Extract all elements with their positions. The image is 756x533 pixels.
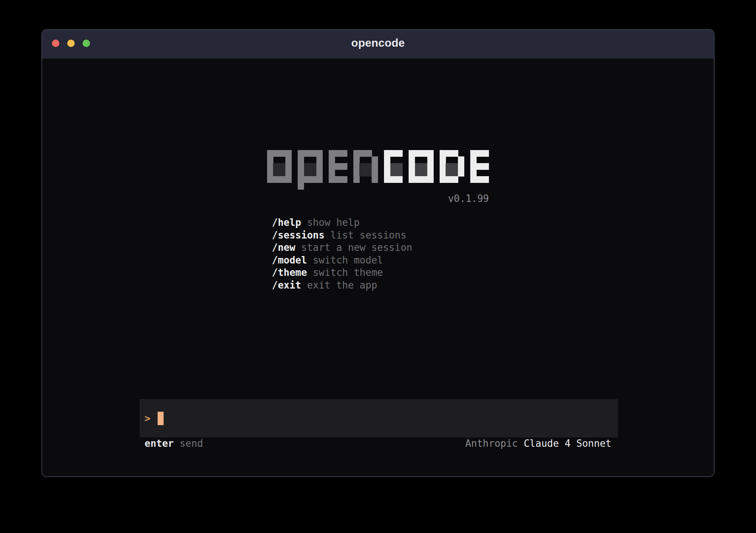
command-name: /new: [272, 241, 295, 254]
input-row: >: [145, 399, 164, 437]
version-label: v0.1.99: [267, 193, 489, 204]
provider-label: Anthropic: [465, 438, 518, 449]
minimize-button[interactable]: [67, 40, 75, 47]
command-list: /help show help /sessions list sessions …: [272, 216, 412, 292]
logo-letter: [267, 150, 292, 183]
command-item: /model switch model: [272, 254, 412, 267]
zoom-button[interactable]: [83, 40, 90, 47]
command-description: list sessions: [331, 229, 407, 242]
command-item: /exit exit the app: [272, 279, 412, 292]
command-description: switch theme: [313, 266, 383, 279]
logo-letter: [298, 150, 323, 183]
enter-key-label: enter: [145, 438, 174, 449]
logo-letter: [384, 150, 403, 183]
opencode-window: opencode v0.1.99 /help show help /sessio…: [41, 29, 715, 477]
logo-pixel-art: [267, 150, 489, 183]
keybind-hint: enter send: [145, 438, 203, 449]
command-item: /help show help: [272, 216, 412, 229]
opencode-logo: v0.1.99: [42, 150, 714, 204]
command-description: exit the app: [307, 279, 377, 292]
prompt-input[interactable]: >: [140, 399, 618, 437]
command-name: /theme: [272, 266, 307, 279]
command-description: switch model: [313, 254, 383, 267]
command-item: /new start a new session: [272, 241, 412, 254]
model-indicator: Anthropic Claude 4 Sonnet: [465, 438, 611, 449]
send-action-label: send: [180, 438, 203, 449]
text-cursor: [158, 412, 164, 425]
command-description: show help: [307, 216, 360, 229]
command-item: /sessions list sessions: [272, 229, 412, 242]
command-name: /exit: [272, 279, 301, 292]
titlebar[interactable]: opencode: [42, 30, 714, 59]
statusbar: enter send Anthropic Claude 4 Sonnet: [145, 437, 611, 450]
command-name: /sessions: [272, 229, 325, 242]
logo-letter: [353, 150, 378, 183]
command-name: /model: [272, 254, 307, 267]
logo-letter: [440, 150, 464, 183]
window-controls: [52, 40, 90, 47]
window-title: opencode: [351, 37, 405, 49]
terminal-content: v0.1.99 /help show help /sessions list s…: [42, 59, 714, 476]
command-item: /theme switch theme: [272, 266, 412, 279]
logo-letter: [329, 150, 347, 183]
model-label: Claude 4 Sonnet: [524, 438, 611, 449]
command-name: /help: [272, 216, 301, 229]
logo-letter: [409, 150, 434, 183]
prompt-symbol: >: [145, 413, 151, 424]
command-description: start a new session: [301, 241, 412, 254]
close-button[interactable]: [52, 40, 59, 47]
logo-letter: [471, 150, 489, 183]
